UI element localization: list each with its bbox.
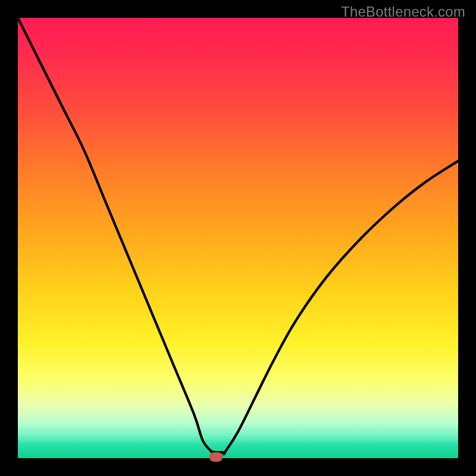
chart-frame: TheBottleneck.com bbox=[0, 0, 476, 476]
plot-area bbox=[18, 18, 458, 458]
bottleneck-curve bbox=[18, 18, 458, 458]
curve-path bbox=[18, 18, 458, 454]
optimum-marker bbox=[209, 452, 223, 462]
